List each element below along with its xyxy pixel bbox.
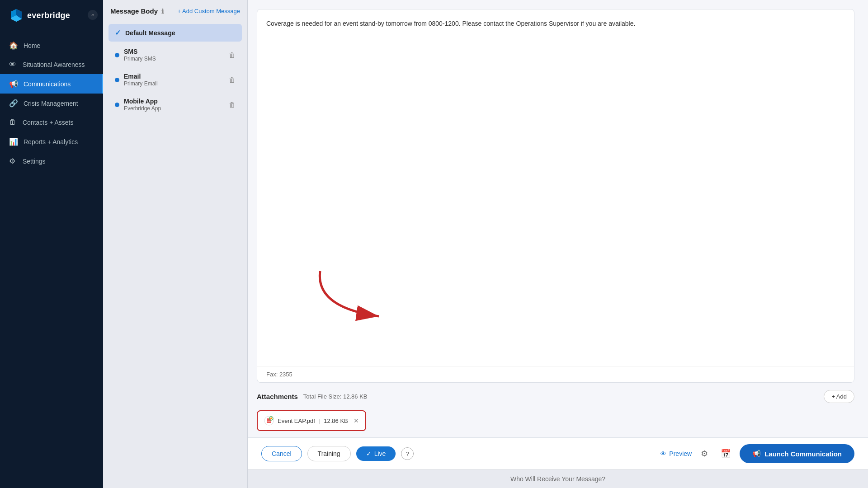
message-item-subtitle: Primary SMS bbox=[124, 56, 224, 62]
attachment-separator: | bbox=[319, 418, 320, 424]
message-item-content: Mobile App Everbridge App bbox=[124, 98, 224, 112]
eye-icon: 👁 bbox=[660, 450, 666, 457]
message-item-title: SMS bbox=[124, 48, 224, 55]
message-item-subtitle: Primary Email bbox=[124, 80, 224, 87]
message-body-header: Message Body ℹ + Add Custom Message bbox=[103, 0, 247, 20]
attachments-title: Attachments bbox=[257, 393, 298, 400]
attachment-close-button[interactable]: ✕ bbox=[354, 417, 359, 424]
sidebar-item-label: Crisis Management bbox=[24, 100, 78, 107]
megaphone-icon: 📢 bbox=[752, 450, 761, 458]
logo-text: everbridge bbox=[27, 11, 70, 20]
training-button[interactable]: Training bbox=[307, 446, 351, 461]
launch-communication-button[interactable]: 📢 Launch Communication bbox=[740, 444, 854, 463]
sidebar-item-situational-awareness[interactable]: 👁 Situational Awareness bbox=[0, 55, 103, 74]
message-item-content: Email Primary Email bbox=[124, 73, 224, 87]
message-item-default[interactable]: ✓ Default Message bbox=[108, 24, 242, 42]
message-item-content: Default Message bbox=[125, 29, 236, 37]
sidebar-item-label: Home bbox=[24, 42, 40, 49]
info-icon[interactable]: ℹ bbox=[161, 8, 164, 15]
sidebar-logo: everbridge « bbox=[0, 0, 103, 31]
live-button[interactable]: ✓ Live bbox=[356, 446, 396, 461]
checkmark-live-icon: ✓ bbox=[366, 450, 372, 457]
fax-label: Fax: 2355 bbox=[266, 371, 292, 378]
svg-text:PDF: PDF bbox=[268, 420, 272, 422]
message-item-title: Email bbox=[124, 73, 224, 80]
message-footer: Fax: 2355 bbox=[257, 366, 854, 382]
message-item-mobile[interactable]: Mobile App Everbridge App 🗑 bbox=[108, 93, 242, 116]
help-button[interactable]: ? bbox=[401, 447, 414, 460]
contacts-icon: 🗓 bbox=[9, 118, 17, 127]
message-item-sms[interactable]: SMS Primary SMS 🗑 bbox=[108, 43, 242, 66]
bottom-hint: Who Will Receive Your Message? bbox=[248, 469, 868, 488]
sidebar-item-label: Communications bbox=[24, 80, 71, 88]
settings-gear-button[interactable]: ⚙ bbox=[697, 447, 712, 460]
svg-point-8 bbox=[270, 418, 272, 419]
sidebar-collapse-button[interactable]: « bbox=[88, 10, 98, 20]
sidebar-item-label: Reports + Analytics bbox=[24, 138, 78, 145]
sidebar-item-label: Settings bbox=[23, 158, 46, 165]
everbridge-logo-icon bbox=[9, 8, 24, 23]
sidebar-item-communications[interactable]: 📢 Communications bbox=[0, 74, 103, 94]
cancel-button[interactable]: Cancel bbox=[261, 446, 302, 461]
right-panel: Coverage is needed for an event stand-by… bbox=[248, 0, 868, 437]
content-panels: Message Body ℹ + Add Custom Message ✓ De… bbox=[103, 0, 868, 488]
bottom-bar: Cancel Training ✓ Live ? 👁 Preview ⚙ 📅 bbox=[248, 437, 868, 469]
message-item-content: SMS Primary SMS bbox=[124, 48, 224, 62]
sidebar-item-settings[interactable]: ⚙ Settings bbox=[0, 151, 103, 171]
file-size-info: Total File Size: 12.86 KB bbox=[303, 393, 368, 400]
communications-icon: 📢 bbox=[9, 80, 18, 88]
mobile-dot bbox=[115, 103, 119, 107]
message-item-subtitle: Everbridge App bbox=[124, 105, 224, 112]
attachment-filesize: 12.86 KB bbox=[324, 418, 348, 424]
attachment-filename: Event EAP.pdf bbox=[278, 418, 315, 424]
sidebar-nav: 🏠 Home 👁 Situational Awareness 📢 Communi… bbox=[0, 31, 103, 488]
home-icon: 🏠 bbox=[9, 41, 18, 50]
sidebar-item-label: Situational Awareness bbox=[23, 61, 85, 68]
whole-right-panel: Coverage is needed for an event stand-by… bbox=[248, 0, 868, 488]
sidebar-item-label: Contacts + Assets bbox=[23, 119, 73, 126]
delete-sms-button[interactable]: 🗑 bbox=[229, 51, 236, 59]
message-item-title: Mobile App bbox=[124, 98, 224, 105]
left-panel: Message Body ℹ + Add Custom Message ✓ De… bbox=[103, 0, 248, 488]
sidebar-item-reports-analytics[interactable]: 📊 Reports + Analytics bbox=[0, 132, 103, 151]
add-custom-message-button[interactable]: + Add Custom Message bbox=[178, 8, 240, 14]
situational-awareness-icon: 👁 bbox=[9, 61, 17, 69]
pdf-icon: PDF bbox=[264, 416, 274, 426]
crisis-management-icon: 🔗 bbox=[9, 99, 18, 108]
sidebar-item-crisis-management[interactable]: 🔗 Crisis Management bbox=[0, 94, 103, 113]
sms-dot bbox=[115, 53, 119, 57]
email-dot bbox=[115, 78, 119, 82]
sidebar: everbridge « 🏠 Home 👁 Situational Awaren… bbox=[0, 0, 103, 488]
add-attachment-button[interactable]: + Add bbox=[824, 390, 854, 403]
sidebar-item-contacts-assets[interactable]: 🗓 Contacts + Assets bbox=[0, 113, 103, 132]
preview-button[interactable]: 👁 Preview bbox=[660, 450, 692, 457]
main-content: Message Body ℹ + Add Custom Message ✓ De… bbox=[103, 0, 868, 488]
sidebar-item-home[interactable]: 🏠 Home bbox=[0, 36, 103, 55]
attachments-header: Attachments Total File Size: 12.86 KB + … bbox=[257, 390, 854, 403]
checkmark-icon: ✓ bbox=[115, 28, 121, 37]
message-list: ✓ Default Message SMS Primary SMS 🗑 bbox=[103, 20, 247, 488]
delete-mobile-button[interactable]: 🗑 bbox=[229, 101, 236, 108]
reports-icon: 📊 bbox=[9, 137, 18, 146]
settings-icon: ⚙ bbox=[9, 157, 17, 165]
message-body-title: Message Body bbox=[110, 7, 158, 15]
attachments-section: Attachments Total File Size: 12.86 KB + … bbox=[248, 383, 868, 437]
calendar-button[interactable]: 📅 bbox=[717, 447, 734, 460]
message-item-email[interactable]: Email Primary Email 🗑 bbox=[108, 68, 242, 91]
delete-email-button[interactable]: 🗑 bbox=[229, 76, 236, 84]
message-item-title: Default Message bbox=[125, 29, 236, 37]
message-text-body[interactable]: Coverage is needed for an event stand-by… bbox=[257, 9, 854, 366]
attachment-item[interactable]: PDF Event EAP.pdf | 12.86 KB ✕ bbox=[257, 410, 366, 431]
message-content-area: Coverage is needed for an event stand-by… bbox=[257, 9, 854, 383]
